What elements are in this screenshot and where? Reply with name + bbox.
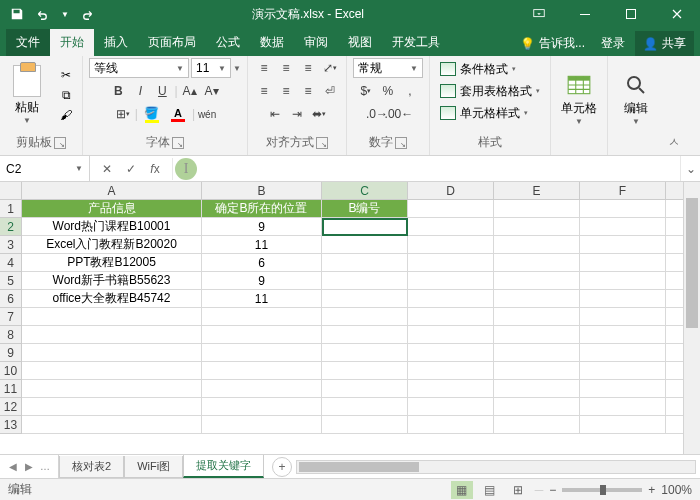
copy-button[interactable]: ⧉ — [56, 86, 76, 104]
cell[interactable]: 11 — [202, 236, 322, 254]
maximize-button[interactable] — [608, 0, 654, 28]
name-box-input[interactable] — [6, 162, 66, 176]
cell[interactable] — [408, 326, 494, 344]
cell[interactable] — [22, 416, 202, 434]
formula-input[interactable] — [173, 156, 680, 181]
currency-button[interactable]: $▾ — [356, 81, 376, 101]
cell[interactable] — [580, 344, 666, 362]
cell[interactable]: PPT教程B12005 — [22, 254, 202, 272]
cell[interactable] — [202, 416, 322, 434]
grid[interactable]: A B C D E F 1 产品信息 确定B所在的位置 B编号 2 Word热门… — [0, 182, 700, 434]
cell[interactable] — [408, 362, 494, 380]
cell[interactable] — [22, 344, 202, 362]
cell[interactable] — [322, 416, 408, 434]
minimize-button[interactable] — [562, 0, 608, 28]
underline-button[interactable]: U — [152, 81, 172, 101]
row-header[interactable]: 1 — [0, 200, 22, 218]
tab-review[interactable]: 审阅 — [294, 29, 338, 56]
cell[interactable] — [322, 380, 408, 398]
number-format-select[interactable]: 常规▼ — [353, 58, 423, 78]
cell[interactable]: 6 — [202, 254, 322, 272]
cell[interactable] — [580, 272, 666, 290]
cell[interactable] — [408, 290, 494, 308]
enter-formula-button[interactable]: ✓ — [120, 158, 142, 180]
cell[interactable] — [322, 254, 408, 272]
font-size-select[interactable]: 11▼ — [191, 58, 231, 78]
row-header[interactable]: 10 — [0, 362, 22, 380]
conditional-format-button[interactable]: 条件格式▾ — [436, 58, 520, 80]
fill-color-button[interactable]: 🪣 — [140, 104, 164, 124]
tab-file[interactable]: 文件 — [6, 29, 50, 56]
col-header-b[interactable]: B — [202, 182, 322, 200]
share-button[interactable]: 👤共享 — [635, 31, 694, 56]
row-header[interactable]: 8 — [0, 326, 22, 344]
cell[interactable] — [494, 272, 580, 290]
sheet-nav-prev[interactable]: ◀ — [6, 461, 20, 472]
cell[interactable]: office大全教程B45742 — [22, 290, 202, 308]
cell[interactable]: 确定B所在的位置 — [202, 200, 322, 218]
font-name-select[interactable]: 等线▼ — [89, 58, 189, 78]
cell[interactable] — [202, 308, 322, 326]
tab-layout[interactable]: 页面布局 — [138, 29, 206, 56]
tab-data[interactable]: 数据 — [250, 29, 294, 56]
increase-indent-button[interactable]: ⇥ — [287, 104, 307, 124]
cell-styles-button[interactable]: 单元格样式▾ — [436, 102, 532, 124]
cell[interactable] — [202, 326, 322, 344]
cell[interactable] — [408, 200, 494, 218]
row-header[interactable]: 7 — [0, 308, 22, 326]
horizontal-scrollbar[interactable] — [296, 460, 696, 474]
cell[interactable] — [322, 290, 408, 308]
zoom-slider[interactable] — [562, 488, 642, 492]
sheet-nav-next[interactable]: ▶ — [22, 461, 36, 472]
cell[interactable] — [202, 362, 322, 380]
align-center-button[interactable]: ≡ — [276, 81, 296, 101]
cell[interactable] — [322, 236, 408, 254]
name-box[interactable]: ▼ — [0, 156, 90, 181]
merge-button[interactable]: ⬌▾ — [309, 104, 329, 124]
zoom-in-button[interactable]: + — [648, 483, 655, 497]
format-painter-button[interactable]: 🖌 — [56, 106, 76, 124]
cell[interactable] — [494, 236, 580, 254]
select-all-corner[interactable] — [0, 182, 22, 200]
tab-home[interactable]: 开始 — [50, 29, 94, 56]
cell[interactable] — [408, 344, 494, 362]
paste-button[interactable]: 粘贴 ▼ — [6, 65, 48, 125]
cell[interactable] — [22, 308, 202, 326]
cell[interactable] — [494, 290, 580, 308]
cell[interactable] — [494, 380, 580, 398]
sheet-nav-more[interactable]: … — [38, 461, 52, 472]
comma-button[interactable]: , — [400, 81, 420, 101]
cell[interactable] — [580, 398, 666, 416]
cell[interactable] — [202, 398, 322, 416]
fx-button[interactable]: fx — [144, 158, 166, 180]
row-header[interactable]: 9 — [0, 344, 22, 362]
cell[interactable] — [580, 380, 666, 398]
cell[interactable] — [408, 398, 494, 416]
cell[interactable]: Word热门课程B10001 — [22, 218, 202, 236]
cell[interactable] — [494, 218, 580, 236]
cell[interactable] — [322, 362, 408, 380]
decrease-font-button[interactable]: A▾ — [202, 81, 222, 101]
cell[interactable] — [322, 398, 408, 416]
align-launcher[interactable] — [316, 137, 328, 149]
cell[interactable]: 9 — [202, 272, 322, 290]
zoom-thumb[interactable] — [600, 485, 606, 495]
cell[interactable] — [322, 326, 408, 344]
col-header-d[interactable]: D — [408, 182, 494, 200]
cell[interactable]: 9 — [202, 218, 322, 236]
cell[interactable] — [580, 326, 666, 344]
add-sheet-button[interactable]: + — [272, 457, 292, 477]
row-header[interactable]: 12 — [0, 398, 22, 416]
cell[interactable] — [22, 398, 202, 416]
cell[interactable] — [408, 416, 494, 434]
row-header[interactable]: 5 — [0, 272, 22, 290]
cell[interactable] — [22, 326, 202, 344]
collapse-ribbon-button[interactable]: ㅅ — [664, 134, 684, 155]
zoom-level[interactable]: 100% — [661, 483, 692, 497]
align-middle-button[interactable]: ≡ — [276, 58, 296, 78]
cancel-formula-button[interactable]: ✕ — [96, 158, 118, 180]
sheet-tab[interactable]: 核对表2 — [59, 456, 124, 478]
scroll-thumb[interactable] — [299, 462, 419, 472]
cells-button[interactable]: 单元格 ▼ — [557, 70, 601, 126]
cell[interactable] — [408, 236, 494, 254]
